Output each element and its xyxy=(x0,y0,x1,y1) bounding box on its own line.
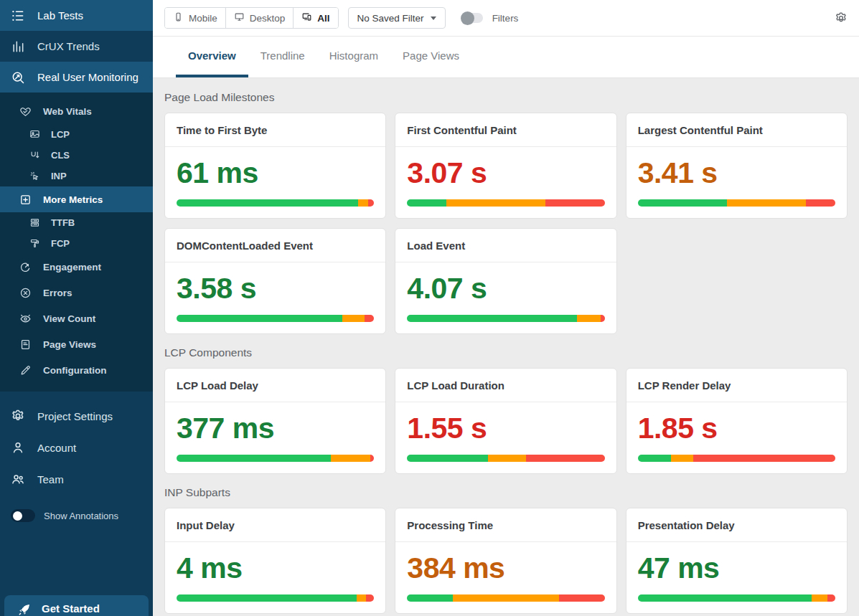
bar-segment-poor xyxy=(806,199,835,207)
sidebar-item-engagement[interactable]: Engagement xyxy=(0,254,153,280)
bar-segment-needs-improvement xyxy=(727,199,806,207)
sidebar-item-cls[interactable]: CLS xyxy=(0,145,153,166)
sidebar-item-errors[interactable]: Errors xyxy=(0,280,153,305)
metric-value: 3.41 s xyxy=(638,156,835,191)
bar-segment-poor xyxy=(366,594,374,602)
sidebar-item-more-metrics[interactable]: More Metrics xyxy=(0,186,153,212)
metric-card-title: LCP Render Delay xyxy=(638,379,731,392)
metric-value: 1.55 s xyxy=(407,412,604,446)
metric-card: Input Delay4 ms xyxy=(164,508,386,614)
bar-segment-needs-improvement xyxy=(357,594,367,602)
sidebar-item-team[interactable]: Team xyxy=(0,463,153,495)
metric-card-title: DOMContentLoaded Event xyxy=(177,240,313,252)
metric-card-title: LCP Load Delay xyxy=(177,379,258,392)
metric-value: 3.07 s xyxy=(407,156,604,191)
sidebar-item-fcp[interactable]: FCP xyxy=(0,233,153,254)
bar-segment-needs-improvement xyxy=(342,315,364,322)
sidebar-item-project-settings[interactable]: Project Settings xyxy=(0,400,153,432)
device-button-all[interactable]: All xyxy=(294,8,337,28)
sidebar-item-label: CrUX Trends xyxy=(37,40,100,52)
sidebar-item-label: Web Vitals xyxy=(43,106,92,117)
metric-card-header: Input Delay xyxy=(165,508,385,542)
device-button-mobile[interactable]: Mobile xyxy=(165,8,226,28)
sidebar: Lab TestsCrUX TrendsReal User Monitoring… xyxy=(0,0,153,616)
metric-card-body: 1.85 s xyxy=(626,402,847,473)
distribution-bar xyxy=(407,315,604,322)
metric-card: Presentation Delay47 ms xyxy=(626,508,848,614)
eye-icon xyxy=(19,313,32,325)
card-grid: Time to First Byte61 msFirst Contentful … xyxy=(164,113,848,334)
sidebar-item-real-user-monitoring[interactable]: Real User Monitoring xyxy=(0,62,153,93)
show-annotations-toggle[interactable] xyxy=(11,509,35,522)
bar-chart-icon xyxy=(11,39,25,54)
distribution-bar xyxy=(638,199,835,207)
main-area: MobileDesktopAll No Saved Filter Filters… xyxy=(153,0,859,616)
tab-histogram[interactable]: Histogram xyxy=(317,37,390,77)
sidebar-item-ttfb[interactable]: TTFB xyxy=(0,212,153,233)
bar-segment-poor xyxy=(370,455,375,462)
device-segmented-control: MobileDesktopAll xyxy=(164,7,339,29)
layout-shift-icon xyxy=(29,150,40,161)
metric-card-header: LCP Load Duration xyxy=(395,369,616,402)
filters-label: Filters xyxy=(492,13,519,24)
metric-card: Time to First Byte61 ms xyxy=(164,113,386,219)
bar-segment-poor xyxy=(827,594,835,602)
settings-gear-icon[interactable] xyxy=(835,11,848,24)
get-started-button[interactable]: Get Started xyxy=(4,595,149,616)
sidebar-item-lab-tests[interactable]: Lab Tests xyxy=(0,0,153,31)
tab-overview[interactable]: Overview xyxy=(176,37,248,77)
plus-square-icon xyxy=(19,194,32,206)
bar-segment-good xyxy=(638,455,672,462)
bar-segment-poor xyxy=(526,455,605,462)
bar-segment-good xyxy=(407,315,577,322)
cursor-click-icon xyxy=(29,171,40,181)
sidebar-item-label: Lab Tests xyxy=(37,9,83,22)
list-icon xyxy=(11,9,25,23)
metric-card-body: 61 ms xyxy=(165,147,385,218)
bar-segment-good xyxy=(177,199,358,207)
document-icon xyxy=(19,338,32,351)
bar-segment-poor xyxy=(601,315,605,322)
section-title: Page Load Milestones xyxy=(164,91,848,104)
filters-toggle[interactable] xyxy=(461,13,483,23)
sidebar-item-configuration[interactable]: Configuration xyxy=(0,357,153,383)
metric-card-header: LCP Load Delay xyxy=(165,369,385,402)
distribution-bar xyxy=(407,199,604,207)
sidebar-bottom-nav: Project SettingsAccountTeam Show Annotat… xyxy=(0,392,153,616)
bar-segment-good xyxy=(177,455,331,462)
sidebar-item-label: TTFB xyxy=(51,217,75,228)
sidebar-item-crux-trends[interactable]: CrUX Trends xyxy=(0,31,153,62)
bar-segment-needs-improvement xyxy=(331,455,370,462)
sidebar-item-web-vitals[interactable]: Web Vitals xyxy=(0,98,153,124)
metric-card-title: Load Event xyxy=(407,240,465,252)
sidebar-item-page-views[interactable]: Page Views xyxy=(0,331,153,357)
gear-icon xyxy=(11,409,25,423)
sidebar-item-label: Page Views xyxy=(43,339,96,350)
sidebar-item-label: INP xyxy=(51,171,67,181)
distribution-bar xyxy=(407,455,604,462)
show-annotations-row: Show Annotations xyxy=(0,509,153,522)
device-button-label: Desktop xyxy=(250,13,286,24)
card-grid: LCP Load Delay377 msLCP Load Duration1.5… xyxy=(164,368,848,474)
metric-value: 384 ms xyxy=(407,551,604,586)
tab-trendline[interactable]: Trendline xyxy=(248,37,317,77)
sidebar-item-lcp[interactable]: LCP xyxy=(0,124,153,145)
gauge-icon xyxy=(19,261,32,273)
device-button-desktop[interactable]: Desktop xyxy=(226,8,294,28)
distribution-bar xyxy=(407,594,604,602)
metric-card-body: 1.55 s xyxy=(395,402,616,473)
bar-segment-poor xyxy=(693,455,835,462)
saved-filter-dropdown[interactable]: No Saved Filter xyxy=(348,7,446,29)
tab-page-views[interactable]: Page Views xyxy=(390,37,471,77)
sidebar-item-view-count[interactable]: View Count xyxy=(0,305,153,331)
heart-pulse-icon xyxy=(19,105,32,118)
bar-segment-poor xyxy=(368,199,374,207)
metric-card-header: Time to First Byte xyxy=(165,113,385,147)
section-title: LCP Components xyxy=(164,346,848,359)
sidebar-item-account[interactable]: Account xyxy=(0,432,153,463)
metric-card-body: 3.41 s xyxy=(626,147,847,218)
metric-value: 61 ms xyxy=(177,156,374,191)
sidebar-item-label: View Count xyxy=(43,313,95,324)
toolbar: MobileDesktopAll No Saved Filter Filters xyxy=(153,0,859,37)
sidebar-item-inp[interactable]: INP xyxy=(0,166,153,186)
